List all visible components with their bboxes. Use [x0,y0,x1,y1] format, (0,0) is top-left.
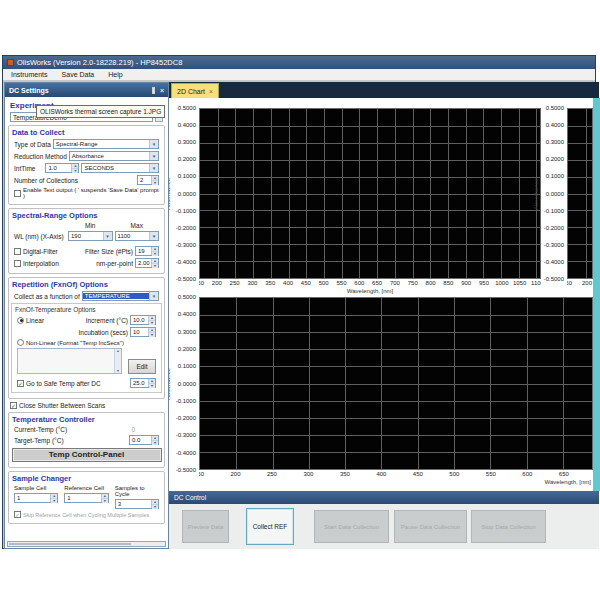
non-linear-listbox[interactable]: ▲▼ [17,348,122,374]
stop-data-collection-button[interactable]: Stop Data Collection [471,510,546,543]
target-temp-spinner[interactable]: 0.0 ▲▼ [129,435,159,445]
screenshot-page: OlisWorks (Version 2.0-18228.219) - HP84… [0,0,600,600]
enable-text-output-label: Enable Text output ( ' suspends 'Save Da… [23,187,159,199]
group-repetition: Repetition (FxnOf) Options Collect as a … [8,277,165,399]
type-of-data-label: Type of Data [14,141,51,148]
group-title: Sample Changer [12,474,161,483]
linear-radio[interactable] [17,317,24,324]
window-title: OlisWorks (Version 2.0-18228.219) - HP84… [17,58,182,67]
skip-reference-label: Skip Reference Cell when Cycling Multipl… [23,512,149,518]
dc-settings-body: Experiment TemperatureDemo Data to Colle… [5,97,168,548]
fxnof-title: FxnOf-Temperature Options [15,306,159,313]
close-shutter-checkbox[interactable]: ✓ [10,402,17,409]
plot-area[interactable] [567,108,593,279]
filename-tooltip: OLISWorks thermal screen capture 1.JPG [36,105,165,118]
type-of-data-select[interactable]: Spectral-Range▾ [53,139,159,149]
inttime-label: IntTime [14,165,35,172]
plot-area[interactable] [199,297,593,470]
collections-spinner[interactable]: 2 ▲▼ [137,175,159,185]
safe-temp-checkbox[interactable]: ✓ [17,380,24,387]
title-bar[interactable]: OlisWorks (Version 2.0-18228.219) - HP84… [3,56,595,69]
dc-control-header: DC Control [169,491,599,504]
app-icon [7,59,14,66]
menu-help[interactable]: Help [108,71,122,78]
close-shutter-label: Close Shutter Between Scans [19,402,105,409]
wl-axis-label: WL (nm) (X-Axis) [14,233,66,240]
menu-bar: Instruments Save Data Help [3,69,595,81]
digital-filter-label: Digital-Filter [23,248,58,255]
incubation-spinner[interactable]: 10 ▲▼ [130,327,156,337]
inttime-spinner[interactable]: 1.0 ▲▼ [45,163,79,173]
menu-save-data[interactable]: Save Data [62,71,95,78]
nm-per-point-label: nm-per-point [96,260,133,267]
samples-to-cycle-label: Samples to Cycle [115,485,159,497]
safe-temp-label: Go to Safe Temp after DC [26,380,101,387]
x-axis-ticks: 1502002503003504004505005506006507007508… [199,279,541,288]
non-linear-label: Non-Linear (Format "Temp IncSecs") [26,340,124,346]
menu-instruments[interactable]: Instruments [11,71,48,78]
top-left-spectrum-chart: Absorbance 0.50000.40000.30000.20000.100… [163,108,541,298]
reduction-method-label: Reduction Method [14,153,67,160]
fxnof-temperature-group: FxnOf-Temperature Options Linear Increme… [11,303,162,393]
pin-icon[interactable] [152,87,155,94]
sample-cell-spinner[interactable]: 1 ▲▼ [14,493,58,503]
pause-data-collection-button[interactable]: Pause Data Collection [394,510,467,543]
reduction-method-select[interactable]: Absorbance▾ [69,151,159,161]
dc-control-button-row: Preview Data Collect REF Start Data Coll… [169,504,599,549]
right-edge-strip [593,98,600,491]
min-header: Min [68,222,113,229]
incubation-label: Incubation (secs) [79,329,129,336]
reference-cell-label: Reference Cell [64,485,108,491]
interpolation-label: Interpolation [23,260,59,267]
wl-max-select[interactable]: 1100▾ [115,231,160,241]
scrollbar-thumb[interactable] [9,543,131,545]
current-temp-value: 0 [131,426,135,433]
x-axis-title: Wavelength, [nm] [199,479,593,489]
nm-per-point-spinner[interactable]: 2.00 ▲▼ [135,258,159,268]
group-temperature-controller: Temperature Controller Current-Temp (°C)… [8,412,165,468]
preview-data-button[interactable]: Preview Data [182,510,229,543]
group-title: Data to Collect [12,128,161,137]
edit-button[interactable]: Edit [128,359,156,374]
collect-as-function-label: Collect as a function of [14,293,80,300]
max-header: Max [115,222,160,229]
chart-tab-strip: 2D Chart × [169,82,599,98]
top-right-partial-chart: Absorbance 0.50000.40000.30000.20000.100… [531,108,593,298]
tab-close-icon[interactable]: × [209,88,213,95]
collect-as-function-select[interactable]: TEMPERATURE▾ [82,291,159,301]
inttime-unit-select[interactable]: SECONDS▾ [81,163,159,173]
skip-reference-checkbox[interactable]: ✓ [14,511,21,518]
group-title: Repetition (FxnOf) Options [12,280,161,289]
plot-area[interactable] [199,108,541,279]
target-temp-label: Target-Temp (°C) [14,437,64,444]
group-spectral-range: Spectral-Range Options Min Max WL (nm) (… [8,208,165,274]
collect-ref-button[interactable]: Collect REF [246,508,294,545]
filter-size-label: Filter Size (#Pts) [85,248,133,255]
dc-settings-title: DC Settings [9,87,49,94]
close-icon[interactable]: × [160,87,164,94]
samples-to-cycle-spinner[interactable]: 3 ▲▼ [115,499,159,509]
filter-size-spinner[interactable]: 19 ▲▼ [135,246,159,256]
app-window: OlisWorks (Version 2.0-18228.219) - HP84… [2,55,596,549]
reference-cell-spinner[interactable]: 1 ▲▼ [64,493,108,503]
wl-min-select[interactable]: 190▾ [68,231,113,241]
non-linear-radio[interactable] [17,339,24,346]
dc-control-title: DC Control [174,494,206,501]
start-data-collection-button[interactable]: Start Data Collection [314,510,389,543]
group-data-to-collect: Data to Collect Type of Data Spectral-Ra… [8,125,165,205]
panel-horizontal-scrollbar[interactable] [7,541,166,547]
current-temp-label: Current-Temp (°C) [14,426,67,433]
increment-spinner[interactable]: 10.0 ▲▼ [130,315,156,325]
group-title: Spectral-Range Options [12,211,161,220]
digital-filter-checkbox[interactable] [14,248,21,255]
tab-2d-chart[interactable]: 2D Chart × [171,83,219,98]
temp-control-panel-button[interactable]: Temp Control-Panel [12,448,162,462]
group-title: Temperature Controller [12,415,161,424]
y-axis-ticks: 0.50000.40000.30000.20000.10000.0000-0.1… [173,108,199,279]
y-axis-ticks: 0.50000.40000.30000.20000.10000.0000-0.1… [173,297,199,470]
sample-cell-label: Sample Cell [14,485,58,491]
safe-temp-spinner[interactable]: 25.0 ▲▼ [130,378,156,388]
group-sample-changer: Sample Changer Sample Cell 1 ▲▼ Referenc… [8,471,165,524]
interpolation-checkbox[interactable] [14,260,21,267]
enable-text-output-checkbox[interactable] [14,190,21,197]
